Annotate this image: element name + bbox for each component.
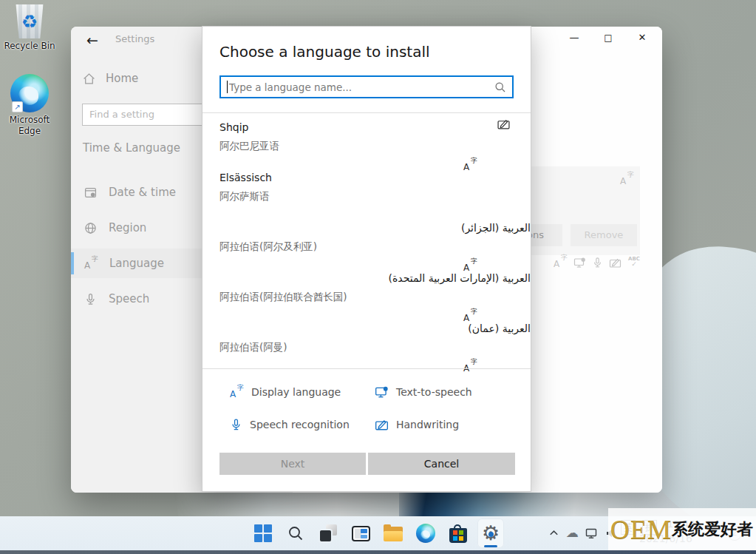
taskbar-search-button[interactable]: [282, 518, 309, 548]
desktop-icon-label: Recycle Bin: [1, 41, 58, 52]
file-explorer-button[interactable]: [380, 518, 406, 548]
task-view-button[interactable]: [315, 518, 341, 548]
oem-watermark: OEM 系统爱好者: [608, 508, 756, 551]
text-to-speech-icon: [375, 385, 389, 399]
legend-display-language: A字 Display language: [230, 383, 341, 401]
watermark-latin-text: OEM: [610, 514, 672, 545]
minimize-button[interactable]: —: [557, 27, 591, 50]
desktop-icon-recycle-bin[interactable]: ♻ Recycle Bin: [1, 4, 58, 52]
language-list: Shqip 阿尔巴尼亚语 A字 Elsässisch 阿尔萨斯语 العربية…: [202, 113, 531, 365]
language-localized-name: 阿拉伯语(阿拉伯联合酋长国): [219, 291, 531, 304]
legend-label: Speech recognition: [250, 419, 350, 430]
desktop-icon-microsoft-edge[interactable]: ↗ Microsoft Edge: [1, 74, 58, 137]
search-placeholder: Type a language name...: [229, 81, 494, 93]
text-caret: [227, 81, 228, 93]
start-icon: [254, 524, 272, 542]
start-button[interactable]: [250, 518, 276, 548]
language-row[interactable]: العربية (الإمارات العربية المتحدة) 阿拉伯语(…: [202, 264, 531, 314]
next-button[interactable]: Next: [219, 453, 366, 475]
task-view-icon: [319, 524, 338, 543]
language-row[interactable]: Elsässisch 阿尔萨斯语: [202, 163, 531, 214]
legend-label: Display language: [251, 386, 341, 398]
language-name: Elsässisch: [219, 172, 531, 183]
gear-icon: ⚙: [480, 522, 502, 544]
shortcut-arrow-icon: ↗: [12, 101, 23, 112]
language-row[interactable]: العربية (الجزائر) 阿拉伯语(阿尔及利亚) A字: [202, 214, 531, 264]
language-row[interactable]: Shqip 阿尔巴尼亚语 A字: [202, 113, 531, 163]
language-name: Shqip: [219, 121, 531, 133]
taskbar-center: ⚙: [250, 518, 504, 548]
speech-recognition-icon: [230, 418, 242, 431]
onedrive-cloud-icon[interactable]: ☁: [566, 527, 579, 539]
microsoft-store-button[interactable]: [445, 518, 471, 548]
legend-text-to-speech: Text-to-speech: [375, 383, 472, 401]
choose-language-dialog: Choose a language to install Type a lang…: [202, 26, 531, 492]
display-language-icon: A字: [230, 386, 244, 399]
search-icon: [287, 524, 304, 542]
language-search-input[interactable]: Type a language name...: [219, 75, 514, 98]
language-name: العربية (عمان): [219, 322, 531, 334]
active-app-indicator: [484, 545, 497, 547]
legend-label: Handwriting: [396, 419, 459, 430]
settings-button[interactable]: ⚙: [477, 518, 504, 548]
handwriting-icon: [497, 118, 511, 130]
close-button[interactable]: ✕: [625, 27, 659, 50]
dialog-title: Choose a language to install: [219, 43, 430, 61]
tray-chevron-up-icon[interactable]: [548, 527, 559, 538]
edge-button[interactable]: [412, 518, 439, 548]
file-explorer-icon: [384, 525, 403, 541]
language-row[interactable]: العربية (عمان) 阿拉伯语(阿曼) A字: [202, 314, 531, 365]
language-localized-name: 阿拉伯语(阿尔及利亚): [219, 240, 531, 254]
language-localized-name: 阿尔巴尼亚语: [219, 140, 531, 153]
edge-icon: [416, 524, 435, 543]
microsoft-store-icon: [449, 528, 467, 543]
display-language-icon: A字: [463, 360, 477, 373]
widgets-button[interactable]: [347, 518, 374, 548]
language-localized-name: 阿拉伯语(阿曼): [219, 341, 531, 354]
watermark-chinese-text: 系统爱好者: [672, 518, 753, 541]
language-name: العربية (الجزائر): [219, 222, 531, 234]
system-tray: ☁: [548, 527, 617, 539]
edge-icon: ↗: [10, 74, 49, 112]
cancel-button[interactable]: Cancel: [368, 453, 515, 475]
legend-label: Text-to-speech: [396, 386, 472, 398]
screen-bottom-strip: [0, 550, 756, 554]
recycle-bin-icon: ♻: [14, 4, 45, 38]
network-icon[interactable]: [585, 527, 599, 539]
widgets-icon: [352, 526, 370, 541]
divider: [202, 368, 531, 369]
legend-handwriting: Handwriting: [375, 416, 459, 433]
desktop-icon-label: Microsoft Edge: [1, 115, 58, 137]
search-icon[interactable]: [494, 81, 506, 93]
back-button[interactable]: ←: [81, 30, 103, 50]
language-name: العربية (الإمارات العربية المتحدة): [219, 272, 531, 284]
recycle-symbol-icon: ♻: [14, 11, 45, 33]
maximize-button[interactable]: □: [591, 27, 625, 50]
handwriting-icon: [375, 418, 389, 431]
legend-speech-recognition: Speech recognition: [230, 416, 350, 433]
desktop: ♻ Recycle Bin ↗ Microsoft Edge ← Setting…: [0, 0, 756, 554]
window-controls: — □ ✕: [557, 27, 659, 50]
language-localized-name: 阿尔萨斯语: [219, 190, 531, 203]
